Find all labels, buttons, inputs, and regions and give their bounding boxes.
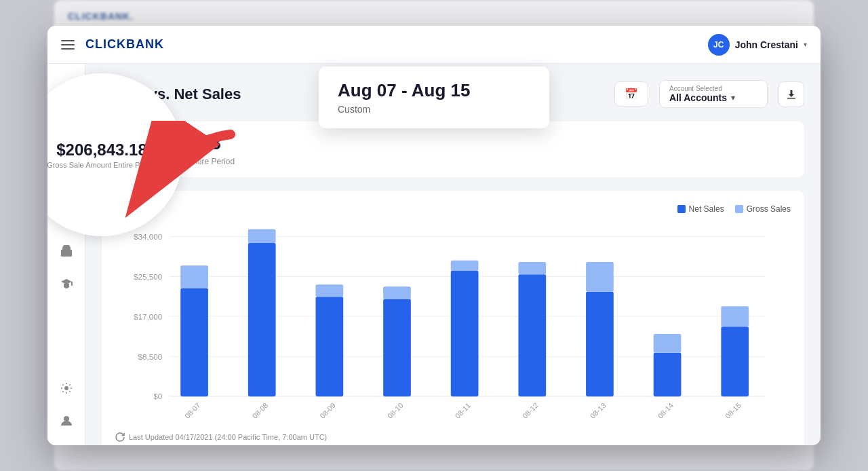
net-sales-dot xyxy=(677,205,686,213)
svg-rect-36 xyxy=(654,353,682,396)
avatar: JC xyxy=(708,34,730,56)
last-updated-text: Last Updated 04/17/2021 (24:00 Pacific T… xyxy=(129,433,327,441)
net-sales-label: Net Sales xyxy=(689,204,724,214)
chart-footer: Last Updated 04/17/2021 (24:00 Pacific T… xyxy=(115,432,791,442)
svg-text:08-07: 08-07 xyxy=(183,401,202,420)
svg-text:08-12: 08-12 xyxy=(521,401,540,420)
hamburger-menu[interactable] xyxy=(61,40,75,50)
svg-text:$17,000: $17,000 xyxy=(134,312,163,321)
svg-text:08-08: 08-08 xyxy=(250,401,269,420)
svg-text:08-15: 08-15 xyxy=(724,401,743,420)
logo: CLICKBANK xyxy=(85,37,164,52)
date-range-button[interactable]: 📅 xyxy=(614,81,648,107)
chevron-down-icon: ▾ xyxy=(731,93,735,102)
account-value: All Accounts xyxy=(669,92,727,103)
svg-rect-34 xyxy=(586,292,614,396)
refresh-icon xyxy=(115,432,125,442)
svg-rect-32 xyxy=(518,274,546,396)
svg-text:08-11: 08-11 xyxy=(453,401,472,420)
svg-rect-31 xyxy=(451,261,479,271)
sidebar-item-marketplace[interactable] xyxy=(53,238,80,265)
legend-net: Net Sales xyxy=(677,204,724,214)
chart-svg: $34,000 $25,500 $17,000 $8,500 $0 xyxy=(115,222,791,426)
sidebar-item-education[interactable] xyxy=(53,270,80,297)
date-range-popup: Aug 07 - Aug 15 Custom xyxy=(319,67,549,128)
navbar: CLICKBANK JC John Crestani ▾ xyxy=(47,26,821,64)
svg-rect-37 xyxy=(654,334,682,353)
svg-rect-25 xyxy=(248,229,276,243)
sidebar-item-settings[interactable] xyxy=(53,375,80,402)
svg-text:08-10: 08-10 xyxy=(386,401,405,420)
svg-rect-27 xyxy=(316,284,344,297)
svg-rect-38 xyxy=(721,326,749,396)
download-icon xyxy=(786,89,797,100)
svg-text:$25,500: $25,500 xyxy=(134,272,163,281)
account-value-row: All Accounts ▾ xyxy=(669,92,757,103)
main-window: CLICKBANK JC John Crestani ▾ ⊞ xyxy=(47,26,821,445)
gross-sales-label: Gross Sales xyxy=(747,204,791,214)
svg-text:$0: $0 xyxy=(153,392,163,400)
svg-rect-11 xyxy=(787,98,795,99)
svg-point-10 xyxy=(64,416,69,421)
svg-rect-22 xyxy=(180,288,208,397)
svg-rect-26 xyxy=(316,297,344,396)
svg-rect-35 xyxy=(586,262,614,292)
svg-rect-28 xyxy=(383,299,411,397)
svg-point-9 xyxy=(64,386,68,390)
sidebar-item-profile[interactable] xyxy=(53,407,80,434)
user-menu[interactable]: JC John Crestani ▾ xyxy=(708,34,807,56)
chevron-down-icon: ▾ xyxy=(804,41,807,48)
svg-rect-24 xyxy=(248,243,276,396)
svg-rect-39 xyxy=(721,306,749,326)
svg-rect-33 xyxy=(518,262,546,274)
arrow-svg xyxy=(108,121,244,229)
calendar-icon: 📅 xyxy=(625,88,638,100)
svg-rect-29 xyxy=(383,286,411,299)
gross-sales-dot xyxy=(735,205,743,213)
account-selector-label: Account Selected xyxy=(669,85,757,92)
svg-text:08-14: 08-14 xyxy=(656,401,675,420)
account-selector[interactable]: Account Selected All Accounts ▾ xyxy=(659,80,768,108)
svg-rect-30 xyxy=(451,271,479,396)
download-button[interactable] xyxy=(778,81,804,107)
user-name: John Crestani xyxy=(735,39,798,50)
date-popup-range: Aug 07 - Aug 15 xyxy=(338,80,530,101)
svg-marker-7 xyxy=(61,279,72,284)
svg-text:$8,500: $8,500 xyxy=(138,352,162,361)
chart-area: $34,000 $25,500 $17,000 $8,500 $0 xyxy=(115,222,791,426)
svg-text:08-13: 08-13 xyxy=(589,401,608,420)
svg-text:08-09: 08-09 xyxy=(318,401,337,420)
svg-rect-23 xyxy=(180,265,208,288)
svg-rect-6 xyxy=(61,250,72,257)
date-popup-sub: Custom xyxy=(338,104,530,115)
red-arrow xyxy=(108,121,244,229)
legend-gross: Gross Sales xyxy=(735,204,791,214)
svg-text:$34,000: $34,000 xyxy=(134,232,163,241)
